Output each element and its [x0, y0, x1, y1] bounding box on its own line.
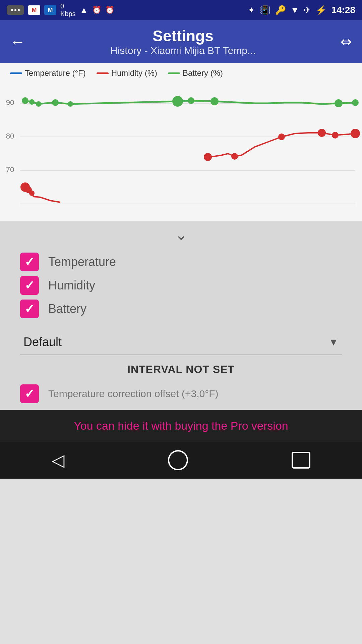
app-bar: ← Settings History - Xiaomi Mijia BT Tem… [0, 20, 362, 63]
checkboxes-area: ✓ Temperature ✓ Humidity ✓ Battery [0, 246, 362, 322]
checkbox-battery-label: Battery [48, 302, 86, 316]
nav-home-icon [168, 450, 188, 470]
status-time: 14:28 [331, 5, 355, 15]
svg-point-9 [36, 101, 41, 107]
nav-back-icon: ◁ [52, 450, 64, 470]
nav-back-button[interactable]: ◁ [52, 450, 64, 470]
svg-point-11 [68, 101, 73, 107]
chart-svg: 90 80 70 [0, 83, 362, 221]
checkmark-battery-icon: ✓ [24, 302, 35, 316]
bluetooth-icon: ✦ [248, 5, 255, 15]
app-bar-subtitle: History - Xiaomi Mijia BT Temp... [25, 45, 341, 56]
svg-point-15 [335, 99, 343, 107]
vibrate-icon: 📳 [260, 5, 270, 15]
legend-temperature-line [10, 72, 22, 74]
svg-point-22 [278, 133, 285, 140]
svg-text:80: 80 [6, 132, 14, 140]
dropdown-arrow-icon[interactable]: ▼ [328, 336, 339, 348]
nav-recents-button[interactable] [292, 452, 310, 469]
checkmark-temp-correction-icon: ✓ [24, 387, 35, 401]
checkmark-humidity-icon: ✓ [24, 278, 35, 292]
nav-bar: ◁ [0, 442, 362, 479]
checkbox-humidity-label: Humidity [48, 278, 95, 292]
checkmark-temperature-icon: ✓ [24, 255, 35, 269]
svg-point-21 [231, 153, 238, 160]
chevron-down-icon[interactable]: ⌄ [175, 226, 187, 243]
swap-button[interactable]: ⇔ [341, 34, 352, 49]
battery-icon: ⚡ [316, 5, 326, 15]
svg-point-8 [29, 99, 35, 105]
checkbox-temperature[interactable]: ✓ [20, 253, 39, 271]
bottom-panel: ⌄ ✓ Temperature ✓ Humidity ✓ Battery Def… [0, 221, 362, 410]
checkbox-temp-correction[interactable]: ✓ [20, 384, 39, 403]
svg-point-10 [52, 99, 59, 106]
status-bar: M M 0Kbps ▲ ⏰ ⏰ ✦ 📳 🔑 ▼ ✈ ⚡ 14:28 [0, 0, 362, 20]
ad-text: You can hide it with buying the Pro vers… [74, 419, 288, 432]
notification-dots [7, 5, 24, 15]
legend-temperature: Temperature (°F) [10, 68, 86, 78]
chart-legend: Temperature (°F) Humidity (%) Battery (%… [0, 63, 362, 83]
kbps-indicator: 0Kbps [60, 2, 76, 18]
dropdown-label: Default [23, 335, 62, 349]
clock-icon-1: ⏰ [92, 6, 101, 14]
airplane-icon: ✈ [304, 5, 311, 15]
wifi-icon: ▼ [291, 5, 299, 15]
checkbox-humidity[interactable]: ✓ [20, 276, 39, 295]
checkbox-battery[interactable]: ✓ [20, 300, 39, 318]
checkbox-temperature-label: Temperature [48, 255, 116, 269]
legend-temperature-label: Temperature (°F) [25, 68, 86, 78]
chart-container[interactable]: 90 80 70 [0, 83, 362, 221]
svg-text:70: 70 [6, 165, 14, 174]
gmail-icon-2: M [44, 5, 56, 15]
svg-point-13 [188, 97, 194, 104]
legend-humidity: Humidity (%) [97, 68, 157, 78]
clock-icon-2: ⏰ [105, 6, 114, 14]
interval-label: INTERVAL NOT SET [0, 363, 362, 376]
status-bar-right: ✦ 📳 🔑 ▼ ✈ ⚡ 14:28 [248, 5, 355, 15]
legend-battery-label: Battery (%) [183, 68, 223, 78]
svg-point-14 [210, 97, 219, 105]
chevron-container[interactable]: ⌄ [0, 221, 362, 246]
svg-point-20 [204, 153, 212, 161]
checkbox-row-humidity[interactable]: ✓ Humidity [20, 276, 342, 295]
ad-banner: You can hide it with buying the Pro vers… [0, 410, 362, 442]
checkbox-row-temperature[interactable]: ✓ Temperature [20, 253, 342, 271]
temp-correction-label: Temperature correction offset (+3,0°F) [48, 388, 219, 399]
maps-icon: ▲ [80, 5, 88, 15]
svg-point-23 [318, 129, 326, 137]
svg-point-16 [352, 99, 359, 106]
legend-battery: Battery (%) [168, 68, 223, 78]
svg-point-25 [351, 129, 360, 138]
svg-point-24 [332, 132, 339, 139]
nav-home-button[interactable] [168, 450, 188, 470]
vpn-key-icon: 🔑 [275, 5, 286, 15]
legend-humidity-label: Humidity (%) [111, 68, 157, 78]
status-bar-left: M M 0Kbps ▲ ⏰ ⏰ [7, 2, 114, 18]
nav-recents-icon [292, 452, 310, 469]
svg-point-19 [29, 191, 35, 196]
svg-point-12 [172, 96, 183, 107]
temp-correction-row[interactable]: ✓ Temperature correction offset (+3,0°F) [0, 381, 362, 410]
svg-text:90: 90 [6, 98, 14, 107]
legend-humidity-line [97, 72, 109, 74]
app-bar-title: Settings [25, 27, 341, 45]
legend-battery-line [168, 72, 180, 74]
back-button[interactable]: ← [10, 33, 25, 51]
checkbox-row-battery[interactable]: ✓ Battery [20, 300, 342, 318]
dropdown-default[interactable]: Default ▼ [20, 330, 342, 355]
svg-point-7 [22, 97, 28, 104]
gmail-icon: M [28, 5, 40, 15]
app-bar-center: Settings History - Xiaomi Mijia BT Temp.… [25, 27, 341, 56]
